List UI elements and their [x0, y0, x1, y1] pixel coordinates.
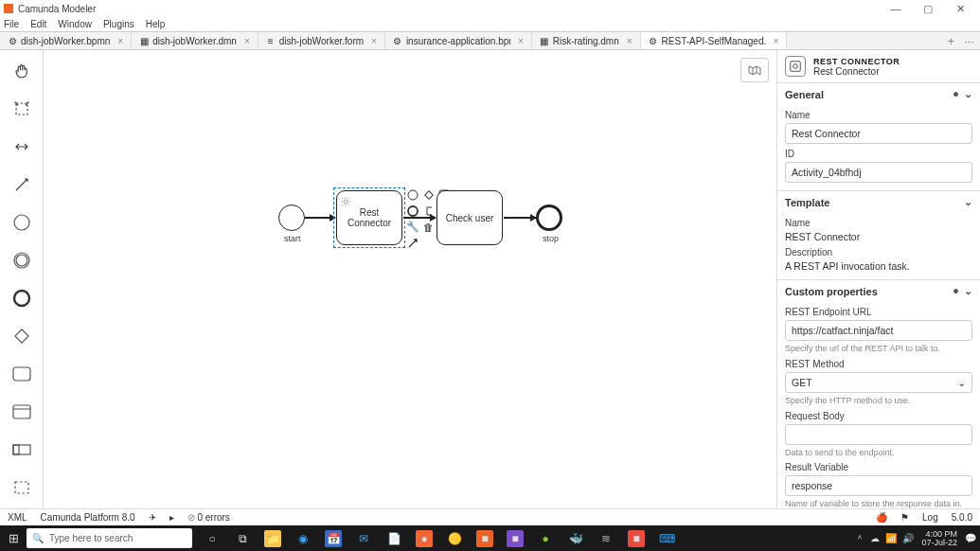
start-button[interactable]: ⊞: [0, 531, 27, 545]
taskbar-explorer[interactable]: 📁: [264, 530, 281, 547]
status-platform[interactable]: Camunda Platform 8.0: [41, 512, 135, 523]
hand-tool[interactable]: [8, 60, 36, 82]
taskbar-camunda[interactable]: ■: [476, 530, 493, 547]
window-minimize[interactable]: —: [880, 3, 912, 15]
menu-plugins[interactable]: Plugins: [103, 19, 134, 29]
window-close[interactable]: ✕: [944, 3, 976, 15]
section-custom-header[interactable]: Custom properties ⌄: [777, 280, 980, 302]
new-tab-button[interactable]: +: [948, 35, 955, 47]
subprocess-tool[interactable]: [8, 438, 36, 461]
tab-dish-jobworker-bpmn[interactable]: ⚙ dish-jobWorker.bpmn ×: [0, 32, 132, 49]
taskbar-chrome[interactable]: 🟡: [446, 530, 463, 547]
status-errors[interactable]: ⊘ 0 errors: [187, 512, 230, 523]
window-maximize[interactable]: ▢: [912, 3, 944, 15]
space-tool[interactable]: [8, 135, 36, 158]
close-icon[interactable]: ×: [627, 36, 633, 46]
start-event[interactable]: [278, 204, 305, 231]
template-description: A REST API invocation task.: [785, 260, 972, 272]
status-deploy-icon[interactable]: ✈: [149, 512, 156, 523]
field-hint: Specify the url of the REST API to talk …: [785, 344, 972, 354]
connect-tool[interactable]: [8, 173, 36, 196]
ctx-gateway[interactable]: [422, 188, 435, 201]
tray-volume-icon[interactable]: 🔊: [902, 533, 914, 543]
ctx-wrench[interactable]: 🔧: [406, 221, 419, 233]
table-icon: ▦: [540, 36, 549, 45]
dot-icon: [953, 92, 958, 97]
lasso-tool[interactable]: [8, 98, 36, 120]
taskbar-calendar[interactable]: 📅: [325, 530, 342, 547]
taskbar-app[interactable]: ●: [537, 530, 554, 547]
tray-cloud-icon[interactable]: ☁: [870, 533, 880, 543]
taskbar-app3[interactable]: ■: [628, 530, 645, 547]
tray-wifi-icon[interactable]: 📶: [885, 533, 897, 543]
gateway-tool[interactable]: [8, 325, 36, 347]
tab-dish-jobworker-form[interactable]: ≡ dish-jobWorker.form ×: [258, 32, 385, 49]
taskbar-intellij[interactable]: ■: [507, 530, 524, 547]
data-store-tool[interactable]: [8, 400, 36, 423]
tab-dish-jobworker-dmn[interactable]: ▦ dish-jobWorker.dmn ×: [132, 32, 258, 49]
close-icon[interactable]: ×: [244, 36, 250, 46]
gear-icon: ⚙: [8, 36, 17, 45]
taskbar-docker[interactable]: 🐳: [567, 530, 584, 547]
close-icon[interactable]: ×: [371, 36, 377, 46]
taskbar-edge[interactable]: ◉: [294, 530, 312, 547]
ctx-start-event[interactable]: [406, 188, 419, 201]
taskbar-vscode[interactable]: ⌨: [658, 530, 675, 547]
sequence-flow[interactable]: [504, 217, 536, 219]
section-template-header[interactable]: Template ⌄: [777, 191, 980, 213]
tab-risk-rating-dmn[interactable]: ▦ Risk-rating.dmn ×: [532, 32, 641, 49]
bpmn-canvas[interactable]: start Rest Connector 🔧 🗑: [44, 50, 776, 511]
taskbar-search[interactable]: 🔍 Type here to search: [27, 528, 192, 548]
status-flag-icon[interactable]: ⚑: [900, 512, 909, 523]
taskbar-cortana[interactable]: ○: [204, 530, 221, 547]
menu-help[interactable]: Help: [146, 19, 166, 29]
field-hint: Data to send to the endpoint.: [785, 448, 972, 458]
taskbar-taskview[interactable]: ⧉: [234, 530, 251, 547]
ctx-connect[interactable]: [406, 237, 419, 249]
name-input[interactable]: [785, 123, 972, 144]
rest-method-select[interactable]: GET ⌄: [785, 372, 972, 393]
sequence-flow[interactable]: [403, 217, 436, 219]
ctx-end-event[interactable]: [406, 204, 419, 217]
task-check-user[interactable]: Check user: [437, 190, 503, 245]
end-event-tool[interactable]: [8, 287, 36, 310]
taskbar-mail[interactable]: ✉: [355, 530, 372, 547]
close-icon[interactable]: ×: [117, 36, 123, 46]
start-event-tool[interactable]: [8, 211, 36, 234]
intermediate-event-tool[interactable]: [8, 249, 36, 272]
tab-insurance-application-bpmn[interactable]: ⚙ insurance-application.bpmn ×: [385, 32, 532, 49]
tray-chevron-icon[interactable]: ＾: [855, 532, 864, 545]
status-run-icon[interactable]: ▸: [169, 512, 174, 523]
svg-rect-17: [791, 62, 801, 72]
close-icon[interactable]: ×: [774, 36, 779, 46]
start-event-label: start: [284, 234, 301, 243]
menu-edit[interactable]: Edit: [30, 19, 46, 29]
task-tool[interactable]: [8, 363, 36, 385]
id-input[interactable]: [785, 162, 972, 183]
end-event[interactable]: [536, 204, 562, 231]
rest-endpoint-url-input[interactable]: [785, 320, 972, 341]
svg-rect-11: [15, 482, 28, 493]
ctx-delete[interactable]: 🗑: [422, 221, 435, 233]
close-icon[interactable]: ×: [518, 36, 524, 46]
taskbar-app2[interactable]: ≋: [597, 530, 615, 547]
status-xml[interactable]: XML: [8, 512, 27, 523]
tab-overflow-button[interactable]: ···: [964, 35, 974, 47]
taskbar-word[interactable]: 📄: [385, 530, 402, 547]
svg-point-13: [408, 190, 418, 200]
properties-panel: REST CONNECTOR Rest Connector General ⌄ …: [776, 50, 980, 511]
request-body-input[interactable]: [785, 424, 972, 445]
status-log[interactable]: Log: [922, 512, 938, 523]
taskbar-postman[interactable]: ●: [416, 530, 433, 547]
group-tool[interactable]: [8, 476, 36, 499]
tab-rest-api-selfmanaged-bpmn[interactable]: ⚙ REST-API-SelfManaged.bpmn ×: [641, 32, 788, 49]
status-feedback-icon[interactable]: 🍎: [876, 512, 887, 523]
section-general-header[interactable]: General ⌄: [777, 83, 980, 105]
result-variable-input[interactable]: [785, 475, 972, 496]
menu-window[interactable]: Window: [58, 19, 92, 29]
minimap-toggle[interactable]: [740, 58, 769, 82]
taskbar-clock[interactable]: 4:00 PM 07-Jul-22: [921, 530, 957, 547]
tray-notifications-icon[interactable]: 💬: [965, 533, 976, 543]
sequence-flow[interactable]: [305, 217, 335, 219]
menu-file[interactable]: File: [4, 19, 19, 29]
